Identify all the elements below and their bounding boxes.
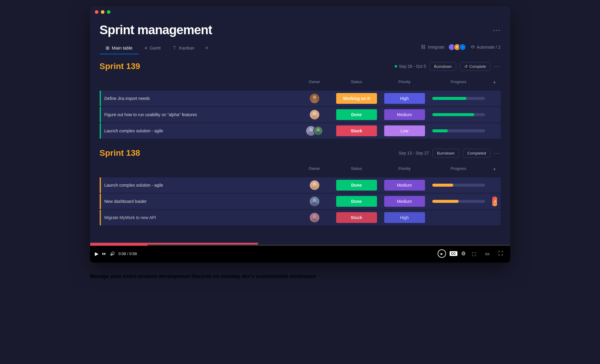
tab-kanban[interactable]: ⊤ Kanban [167,42,201,54]
automate-icon: ⟳ [471,44,475,50]
avatar-group [306,126,323,136]
progress-bar-container [432,113,485,116]
sprint-138-header: Sprint 138 Sep 13 - Sep 27 Burndown Comp… [100,148,501,158]
video-play-circle[interactable]: ▶ [438,249,446,258]
task-name: Migrate MyWork to new API [104,215,156,220]
progress-bar-fill [432,184,453,187]
play-button[interactable]: ▶ [95,251,98,257]
col-header-add[interactable]: + [489,78,501,87]
avatar [310,94,319,103]
fullscreen-button[interactable]: ⛶ [496,249,505,258]
main-content: Sprint 139 Sep 28 - Oct 5 Burndown ↺ Com… [90,54,510,242]
theater-mode-button[interactable]: ▭ [483,249,492,258]
sprint-139-title: Sprint 139 [100,62,140,71]
sprint-139-burndown-button[interactable]: Burndown [430,62,456,71]
task-name-cell: New dashboard loader [101,197,297,206]
automate-button[interactable]: ⟳ Automate / 2 [471,44,500,50]
skip-forward-button[interactable]: ⏭ [102,251,106,256]
integrate-button[interactable]: ⛓ Integrate ⬡ ⚑ ⊙ [421,44,466,51]
priority-badge: Medium [384,109,425,120]
progress-bar-fill [432,129,448,132]
col-header-progress: Progress [429,165,489,174]
settings-button[interactable]: ⚙ [461,250,466,257]
tabs-right: ⛓ Integrate ⬡ ⚑ ⊙ ⟳ Automate / 2 [421,44,501,53]
priority-cell[interactable]: Low [381,123,429,139]
tab-main-table-label: Main table [112,45,133,50]
complete-icon: ↺ [464,64,468,69]
status-badge: Done [336,109,377,120]
sprint-138-more-button[interactable]: ··· [494,150,500,156]
tab-add-button[interactable]: + [201,42,213,54]
owner-cell [297,124,333,138]
tab-gantt[interactable]: ≡ Gantt [139,42,167,54]
caption-button[interactable]: CC [450,251,457,256]
table-row: Define Jira import needs Working on it H… [100,91,501,106]
volume-button[interactable]: 🔊 [110,251,115,256]
progress-bar-container [432,129,485,132]
video-controls: ▶ ⏭ 🔊 0:08 / 0:58 [90,248,433,259]
status-badge: Stuck [336,125,377,136]
status-cell[interactable]: Done [333,107,381,122]
sprint-139-header: Sprint 139 Sep 28 - Oct 5 Burndown ↺ Com… [100,62,501,71]
row-add-cell: ↗ [489,194,501,209]
task-name: Launch complex solution - agile [104,183,163,188]
progress-cell [429,127,489,135]
app-header: Sprint management ··· ⊞ Main table ≡ Gan… [90,18,510,54]
sprint-139-date-range: Sep 28 - Oct 5 [399,64,426,69]
kanban-icon: ⊤ [173,45,176,51]
avatar [310,197,319,206]
priority-cell[interactable]: Medium [381,194,429,209]
page-title: Sprint management [100,23,212,37]
tab-main-table[interactable]: ⊞ Main table [100,42,139,54]
svg-point-12 [313,182,316,186]
tabs-row: ⊞ Main table ≡ Gantt ⊤ Kanban + ⛓ Integr… [100,42,501,54]
table-row: New dashboard loader Done Medium [100,194,501,209]
task-name: Launch complex solution - agile [104,128,163,133]
priority-badge: Medium [384,180,425,191]
sprint-138-section: Sprint 138 Sep 13 - Sep 27 Burndown Comp… [100,148,501,225]
status-cell[interactable]: Working on it [333,91,381,106]
traffic-light-red[interactable] [95,10,98,14]
sprint-138-burndown-button[interactable]: Burndown [433,149,459,158]
status-cell[interactable]: Done [333,177,381,193]
traffic-light-green[interactable] [107,10,110,14]
sprint-139-meta: Sep 28 - Oct 5 Burndown ↺ Complete ··· [395,62,500,71]
owner-cell [297,107,333,122]
priority-badge: High [384,93,425,104]
status-cell[interactable]: Stuck [333,123,381,139]
status-badge: Done [336,180,377,191]
progress-bar-container [432,97,485,100]
sprint-139-complete-button[interactable]: ↺ Complete [460,62,491,71]
title-bar [90,6,510,18]
monday-logo: ↗ [492,197,497,206]
task-name: Define Jira import needs [104,96,150,101]
avatar [310,213,319,222]
video-time: 0:08 / 0:58 [119,251,137,256]
video-progress-fill [90,245,148,246]
row-add-cell [489,96,501,101]
progress-bar-container [432,200,485,203]
priority-cell[interactable]: Medium [381,177,429,193]
priority-cell[interactable]: High [381,91,429,106]
priority-cell[interactable]: High [381,210,429,225]
owner-cell [297,91,333,106]
gantt-icon: ≡ [145,45,147,50]
sprint-139-more-button[interactable]: ··· [494,63,500,70]
sprint-138-completed-button[interactable]: Completed [463,149,491,158]
col-header-task [100,78,297,87]
sprint-138-date: Sep 13 - Sep 27 [399,151,429,155]
status-badge: Working on it [336,93,377,104]
col-header-add[interactable]: + [489,165,501,174]
sprint-139-status-label: Complete [469,64,486,69]
video-progress-bar[interactable] [90,245,510,246]
more-options-button[interactable]: ··· [493,26,500,34]
pip-button[interactable]: ⬚ [469,249,479,258]
traffic-light-yellow[interactable] [101,10,104,14]
app-window: Sprint management ··· ⊞ Main table ≡ Gan… [90,6,510,263]
play-circle-icon: ▶ [441,252,443,255]
priority-cell[interactable]: Medium [381,107,429,122]
status-cell[interactable]: Stuck [333,210,381,225]
svg-point-9 [316,128,320,131]
status-cell[interactable]: Done [333,194,381,209]
progress-bar-fill [432,97,466,100]
